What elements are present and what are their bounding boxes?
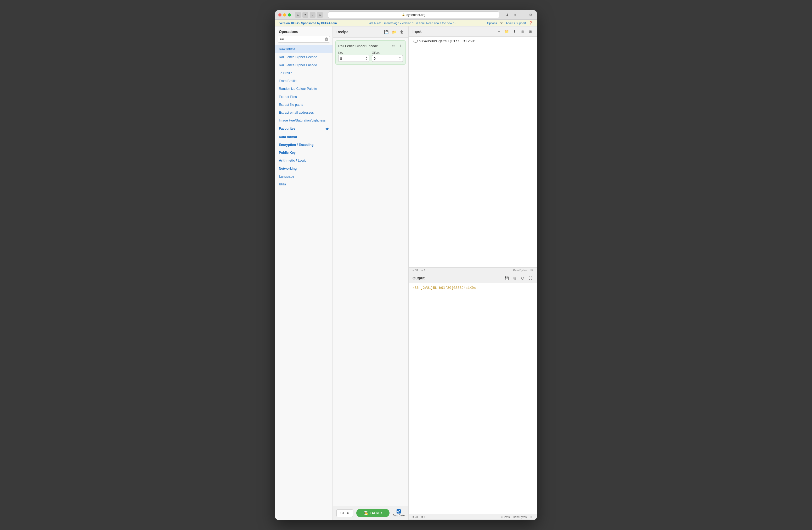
- sidebar-item-encryption[interactable]: Encryption / Encoding: [275, 141, 333, 149]
- output-copy-icon[interactable]: ⎘: [512, 275, 518, 281]
- pause-step-icon[interactable]: ⏸: [397, 43, 403, 48]
- step-button[interactable]: STEP: [336, 509, 353, 517]
- bake-icon: 🧑‍🍳: [364, 511, 368, 515]
- key-spinner[interactable]: ▲ ▼: [365, 56, 367, 60]
- forward-icon[interactable]: ⊕: [317, 12, 323, 18]
- sidebar-item-extract-paths[interactable]: Extract file paths: [275, 101, 333, 109]
- sidebar-toggle-icon[interactable]: ⊞: [295, 12, 301, 18]
- input-import-icon[interactable]: ⬇: [512, 29, 518, 34]
- recipe-card-title: Rail Fence Cipher Encode: [338, 44, 378, 48]
- address-bar[interactable]: 🔒 cyberchef.org: [328, 12, 499, 18]
- search-input[interactable]: [278, 36, 330, 43]
- recipe-header: Recipe 💾 📁 🗑: [333, 26, 408, 38]
- save-recipe-icon[interactable]: 💾: [383, 29, 389, 35]
- input-folder-icon[interactable]: 📁: [504, 29, 510, 34]
- input-header: Input ＋ 📁 ⬇ 🗑 ⊞: [409, 26, 537, 37]
- output-time-stat: ⏱ 2ms: [501, 515, 510, 518]
- operations-list: Raw Inflate Rail Fence Cipher Decode Rai…: [275, 45, 333, 520]
- sidebar-item-to-braille[interactable]: To Braille: [275, 69, 333, 77]
- recipe-card-controls: ⊘ ⏸: [391, 43, 403, 48]
- output-expand-icon[interactable]: ⛶: [527, 275, 533, 281]
- browser-controls: ⬇ ⬆ ＋ ⧉: [504, 12, 534, 18]
- input-header-icons: ＋ 📁 ⬇ 🗑 ⊞: [496, 29, 533, 34]
- minimize-button[interactable]: [283, 13, 286, 16]
- sidebar-item-rail-decode[interactable]: Rail Fence Cipher Decode: [275, 53, 333, 61]
- star-icon: ★: [325, 126, 329, 131]
- input-clear-icon[interactable]: 🗑: [520, 29, 525, 34]
- key-value: 8: [340, 57, 342, 60]
- sidebar-item-arithmetic[interactable]: Arithmetic / Logic: [275, 157, 333, 165]
- sidebar-item-public-key[interactable]: Public Key: [275, 149, 333, 157]
- offset-label: Offset: [372, 51, 403, 54]
- output-newline-stat: LF: [530, 515, 533, 518]
- sidebar-item-language[interactable]: Language: [275, 172, 333, 180]
- chevron-down-icon[interactable]: ▾: [302, 12, 308, 18]
- search-clear-icon[interactable]: ✕: [325, 38, 328, 41]
- traffic-lights: [278, 13, 291, 16]
- options-link[interactable]: Options: [487, 22, 497, 25]
- tabs-icon[interactable]: ⧉: [528, 12, 534, 18]
- recipe-spacer: [333, 67, 408, 506]
- maximize-button[interactable]: [288, 13, 291, 16]
- auto-bake-label: Auto Bake: [393, 514, 405, 517]
- search-box: ✕: [278, 36, 330, 43]
- input-footer: ≡ 31 ≡ 1 Raw Bytes LF: [409, 267, 537, 273]
- disable-step-icon[interactable]: ⊘: [391, 43, 396, 48]
- input-stats-left: ≡ 31 ≡ 1: [412, 269, 425, 272]
- sidebar-item-extract-email[interactable]: Extract email addresses: [275, 109, 333, 116]
- close-button[interactable]: [278, 13, 281, 16]
- sidebar-item-raw-inflate[interactable]: Raw Inflate: [275, 45, 333, 53]
- bake-button[interactable]: 🧑‍🍳 BAKE!: [356, 509, 390, 517]
- window-controls: ⊞ ▾ ‹ ⊕: [295, 12, 323, 18]
- input-format-stat: Raw Bytes: [513, 269, 527, 272]
- sidebar-item-randomize-colour[interactable]: Randomize Colour Palette: [275, 85, 333, 93]
- sidebar-item-image-hue[interactable]: Image Hue/Saturation/Lightness: [275, 116, 333, 124]
- output-header-icons: 💾 ⎘ ⬡ ⛶: [504, 275, 533, 281]
- recipe-header-icons: 💾 📁 🗑: [383, 29, 405, 35]
- auto-bake-checkbox[interactable]: [396, 509, 401, 514]
- output-maximize-icon[interactable]: ⬡: [520, 275, 525, 281]
- key-down-arrow[interactable]: ▼: [365, 58, 367, 60]
- sidebar-item-utils[interactable]: Utils: [275, 180, 333, 188]
- sidebar-item-extract-files[interactable]: Extract Files: [275, 93, 333, 101]
- build-info: Last build: 9 months ago - Version 10 is…: [337, 22, 487, 25]
- download-icon[interactable]: ⬇: [504, 12, 510, 18]
- open-recipe-icon[interactable]: 📁: [391, 29, 397, 35]
- delete-recipe-icon[interactable]: 🗑: [399, 29, 405, 35]
- recipe-fields: Key 8 ▲ ▼ Offset: [338, 51, 403, 62]
- sidebar-item-networking[interactable]: Networking: [275, 165, 333, 172]
- recipe-card: Rail Fence Cipher Encode ⊘ ⏸ Key 8: [335, 40, 406, 65]
- version-info: Version 10.5.2 - Sponsored by DEF24.com: [279, 22, 337, 25]
- input-title: Input: [412, 29, 421, 33]
- url-text: cyberchef.org: [407, 13, 426, 17]
- output-content: kS6_j2VU1}5L!h9lf30{0S3SJ4s1X0s: [409, 283, 537, 514]
- input-add-icon[interactable]: ＋: [496, 29, 502, 34]
- key-label: Key: [338, 51, 369, 54]
- output-lines-stat: ≡ 1: [421, 515, 426, 518]
- output-stats-right: ⏱ 2ms Raw Bytes LF: [501, 515, 533, 518]
- back-icon[interactable]: ‹: [310, 12, 316, 18]
- offset-spinner[interactable]: ▲ ▼: [399, 56, 401, 60]
- sidebar-item-favourites[interactable]: Favourites ★: [275, 125, 333, 133]
- bake-label: BAKE!: [371, 511, 382, 515]
- offset-field: Offset 0 ▲ ▼: [372, 51, 403, 62]
- about-link[interactable]: About / Support: [506, 22, 526, 25]
- titlebar: ⊞ ▾ ‹ ⊕ 🔒 cyberchef.org ⬇ ⬆ ＋ ⧉: [275, 10, 537, 20]
- sidebar-item-data-format[interactable]: Data format: [275, 133, 333, 141]
- new-tab-icon[interactable]: ＋: [520, 12, 526, 18]
- input-newline-stat: LF: [530, 269, 533, 272]
- output-save-icon[interactable]: 💾: [504, 275, 510, 281]
- output-header: Output 💾 ⎘ ⬡ ⛶: [409, 273, 537, 283]
- offset-down-arrow[interactable]: ▼: [399, 58, 401, 60]
- sponsor-link[interactable]: DEF24.com: [321, 22, 337, 25]
- output-format-stat: Raw Bytes: [513, 515, 527, 518]
- share-icon[interactable]: ⬆: [512, 12, 518, 18]
- sidebar-item-from-braille[interactable]: From Braille: [275, 77, 333, 85]
- input-content[interactable]: k_1h3S40s309}jS25l{S1sXJ0fLV6U!: [409, 37, 537, 267]
- input-lines-stat: ≡ 1: [421, 269, 426, 272]
- sidebar-item-rail-encode[interactable]: Rail Fence Cipher Encode: [275, 61, 333, 69]
- sidebar-title: Operations: [275, 26, 333, 36]
- input-grid-icon[interactable]: ⊞: [527, 29, 533, 34]
- input-stats-right: Raw Bytes LF: [513, 269, 533, 272]
- offset-input-wrapper: 0 ▲ ▼: [372, 55, 403, 62]
